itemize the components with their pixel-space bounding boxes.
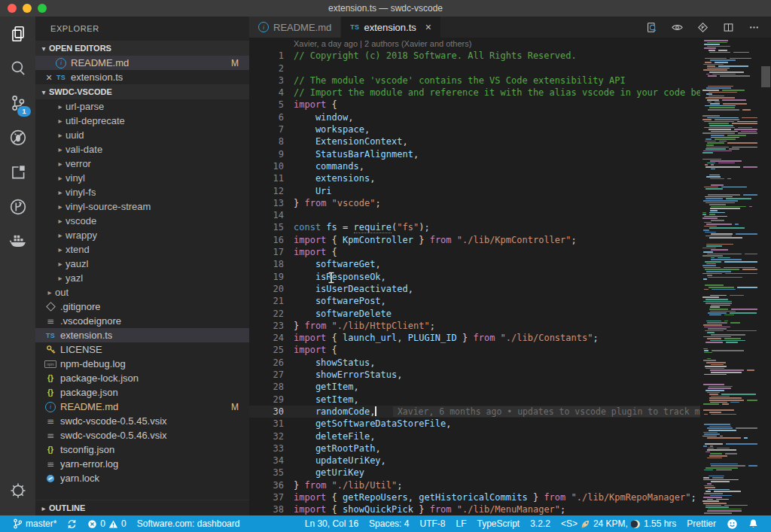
code-line-38[interactable]: 38import { showQuickPick } from "./lib/M…	[249, 503, 700, 515]
activity-settings-button[interactable]	[0, 473, 35, 508]
code-line-22[interactable]: 22 softwareDelete	[249, 308, 700, 320]
tree-item-uuid[interactable]: ▸uuid	[35, 128, 249, 142]
tree-item-yarn.lock[interactable]: yarn.lock	[35, 471, 249, 485]
tab-README.md[interactable]: iREADME.md	[249, 17, 341, 38]
close-editor-icon[interactable]: ×	[43, 72, 55, 83]
tree-item-package.json[interactable]: {}package.json	[35, 385, 249, 400]
code-line-13[interactable]: 13} from "vscode";	[249, 197, 700, 209]
tree-item-vinyl-source-stream[interactable]: ▸vinyl-source-stream	[35, 199, 249, 214]
code-line-5[interactable]: 5import {	[249, 99, 700, 111]
activity-debug-button[interactable]	[0, 120, 35, 155]
status-indentation[interactable]: Spaces: 4	[364, 515, 414, 532]
tree-item-LICENSE[interactable]: LICENSE	[35, 342, 249, 357]
status-sync[interactable]	[62, 515, 82, 532]
code-line-17[interactable]: 17import {	[249, 246, 700, 258]
tree-item-xtend[interactable]: ▸xtend	[35, 242, 249, 257]
split-editor-button[interactable]	[722, 21, 735, 34]
code-line-23[interactable]: 23} from "./lib/HttpClient";	[249, 320, 700, 332]
code-line-33[interactable]: 33 getRootPath,	[249, 442, 700, 454]
status-prettier[interactable]: Prettier	[681, 515, 721, 532]
gitlens-button[interactable]	[696, 21, 709, 34]
code-line-29[interactable]: 29 setItem,	[249, 394, 700, 406]
activity-explorer-button[interactable]	[0, 17, 35, 51]
code-line-35[interactable]: 35 getUriKey	[249, 467, 700, 479]
status-kpm-status[interactable]: <S>24 KPM,1.55 hrs	[556, 515, 681, 532]
code-line-26[interactable]: 26 showStatus,	[249, 357, 700, 369]
activity-gitlens-button[interactable]	[0, 190, 35, 224]
code-line-37[interactable]: 37import { getRepoUsers, getHistoricalCo…	[249, 491, 700, 503]
code-line-20[interactable]: 20 isUserDeactivated,	[249, 283, 700, 295]
code-line-2[interactable]: 2	[249, 62, 700, 74]
status-feedback[interactable]	[721, 515, 743, 532]
gitlens-blame-annotation[interactable]: Xavier, a day ago | 2 authors (Xavier an…	[249, 38, 700, 50]
toggle-file-blame-button[interactable]	[671, 21, 684, 34]
code-line-1[interactable]: 1// Copyright (c) 2018 Software. All Rig…	[249, 50, 700, 62]
code-line-19[interactable]: 19 isResponseOk,	[249, 271, 700, 283]
code-area[interactable]: Xavier, a day ago | 2 authors (Xavier an…	[249, 38, 700, 515]
activity-source-control-button[interactable]: 1	[0, 86, 35, 120]
code-line-6[interactable]: 6 window,	[249, 111, 700, 123]
tree-item-.gitignore[interactable]: .gitignore	[35, 299, 249, 314]
code-line-31[interactable]: 31 getSoftwareDataStoreFile,	[249, 418, 700, 430]
title-bar[interactable]: extension.ts — swdc-vscode	[0, 0, 771, 17]
minimize-window-button[interactable]	[23, 4, 32, 13]
status-language-mode[interactable]: TypeScript	[471, 515, 525, 532]
code-line-25[interactable]: 25import {	[249, 344, 700, 356]
tree-item-vscode[interactable]: ▸vscode	[35, 214, 249, 228]
code-line-27[interactable]: 27 showErrorStatus,	[249, 369, 700, 381]
code-line-36[interactable]: 36} from "./lib/Util";	[249, 479, 700, 491]
tree-item-vinyl[interactable]: ▸vinyl	[35, 171, 249, 185]
editor[interactable]: Xavier, a day ago | 2 authors (Xavier an…	[249, 38, 771, 515]
code-line-30[interactable]: 30 randomCode,Xavier, 6 months ago • upd…	[249, 406, 700, 418]
code-line-24[interactable]: 24import { launch_url, PLUGIN_ID } from …	[249, 332, 700, 344]
close-tab-icon[interactable]: ×	[425, 21, 431, 33]
code-line-34[interactable]: 34 updateUriKey,	[249, 454, 700, 467]
tree-item-vali-date[interactable]: ▸vali-date	[35, 142, 249, 157]
minimap[interactable]	[700, 38, 760, 515]
tree-item-README.md[interactable]: iREADME.mdM	[35, 400, 249, 414]
code-line-14[interactable]: 14	[249, 209, 700, 221]
activity-docker-button[interactable]	[0, 224, 35, 259]
code-line-9[interactable]: 9 StatusBarAlignment,	[249, 148, 700, 160]
tree-item-out[interactable]: ▸out	[35, 285, 249, 299]
code-line-8[interactable]: 8 ExtensionContext,	[249, 135, 700, 147]
status-git-branch[interactable]: master*	[8, 515, 62, 532]
outline-header[interactable]: ▸ OUTLINE	[35, 500, 249, 515]
code-line-3[interactable]: 3// The module 'vscode' contains the VS …	[249, 74, 700, 87]
tab-extension.ts[interactable]: TSextension.ts×	[341, 17, 441, 38]
status-cursor-position[interactable]: Ln 30, Col 16	[300, 515, 364, 532]
code-line-7[interactable]: 7 workspace,	[249, 123, 700, 135]
status-problems[interactable]: 00	[82, 515, 131, 532]
status-ts-version[interactable]: 3.2.2	[525, 515, 556, 532]
status-notifications[interactable]	[743, 515, 763, 532]
code-line-21[interactable]: 21 softwarePost,	[249, 295, 700, 307]
editor-scrollbar[interactable]	[760, 38, 771, 515]
tree-item-wrappy[interactable]: ▸wrappy	[35, 228, 249, 242]
tree-item-swdc-vscode-0.5.46.vsix[interactable]: ≡swdc-vscode-0.5.46.vsix	[35, 428, 249, 442]
tree-item-.vscodeignore[interactable]: ≡.vscodeignore	[35, 314, 249, 328]
open-editor-README.md[interactable]: iREADME.mdM	[35, 56, 249, 70]
code-line-4[interactable]: 4// Import the module and reference it w…	[249, 87, 700, 99]
project-section-header[interactable]: ▾ SWDC-VSCODE	[35, 84, 249, 99]
tree-item-package-lock.json[interactable]: {}package-lock.json	[35, 371, 249, 385]
tree-item-yazl[interactable]: ▸yazl	[35, 271, 249, 285]
tree-item-yauzl[interactable]: ▸yauzl	[35, 257, 249, 271]
close-window-button[interactable]	[8, 4, 17, 13]
tree-item-yarn-error.log[interactable]: ≡yarn-error.log	[35, 457, 249, 471]
tree-item-extension.ts[interactable]: TSextension.ts	[35, 328, 249, 342]
tree-item-tsconfig.json[interactable]: {}tsconfig.json	[35, 442, 249, 457]
code-line-12[interactable]: 12 Uri	[249, 185, 700, 197]
activity-search-button[interactable]	[0, 51, 35, 86]
activity-extensions-button[interactable]	[0, 155, 35, 190]
status-encoding[interactable]: UTF-8	[414, 515, 450, 532]
status-eol[interactable]: LF	[450, 515, 471, 532]
tree-item-npm-debug.log[interactable]: npmnpm-debug.log	[35, 357, 249, 371]
code-line-15[interactable]: 15const fs = require("fs");	[249, 221, 700, 233]
search-in-file-button[interactable]	[645, 21, 658, 34]
tree-item-vinyl-fs[interactable]: ▸vinyl-fs	[35, 185, 249, 199]
tree-item-url-parse[interactable]: ▸url-parse	[35, 99, 249, 114]
code-line-10[interactable]: 10 commands,	[249, 160, 700, 172]
scrollbar-slider[interactable]	[761, 66, 770, 87]
more-actions-button[interactable]	[748, 21, 760, 34]
tree-item-util-deprecate[interactable]: ▸util-deprecate	[35, 114, 249, 128]
